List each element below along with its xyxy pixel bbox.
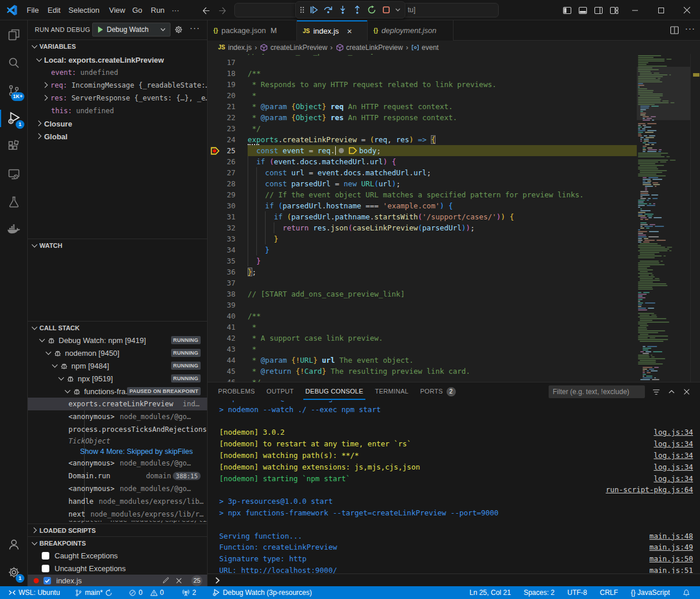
activity-bar-item-docker[interactable] [0,216,27,244]
maximize-panel-button[interactable] [666,386,677,398]
code-editor[interactable]: 16// [END add_ons_preview_link]1718/**19… [208,54,700,382]
debug-launch-picker[interactable]: Debug Watch [92,23,171,37]
callstack-frame[interactable]: <anonymous>node_modules/@go… [28,482,207,495]
editor-tab-index.js[interactable]: JSindex.js× [297,20,368,41]
section-header-variables[interactable]: VARIABLES [28,39,207,52]
menu-selection[interactable]: Selection [64,0,104,20]
minimize-button[interactable] [622,0,648,20]
variables-row[interactable]: event: undefined [28,66,207,79]
status-item-indentation[interactable]: Spaces: 2 [520,586,558,599]
console-source-link[interactable]: log.js:34 [654,473,693,485]
customize-layout-button[interactable] [606,0,622,20]
console-source-link[interactable]: log.js:34 [654,438,693,450]
debug-console-input[interactable] [208,573,700,586]
section-header-breakpoints[interactable]: BREAKPOINTS [28,536,207,549]
close-window-button[interactable] [674,0,700,20]
checkbox-checked[interactable] [43,577,51,584]
panel-tab-problems[interactable]: PROBLEMS [216,383,257,400]
callstack-frame[interactable]: TickObject [28,436,207,446]
console-source-link[interactable]: log.js:34 [654,427,693,438]
close-panel-button[interactable] [681,386,692,398]
split-editor-button[interactable] [670,26,679,35]
status-item-eol[interactable]: CRLF [596,586,621,599]
breadcrumb-item[interactable]: createLinkPreview [336,44,403,52]
activity-bar-item-accounts[interactable] [0,531,27,558]
status-item-debug-status[interactable]: Debug Watch (3p-resources) [209,586,315,599]
variables-row[interactable]: Closure [28,117,207,130]
callstack-frame[interactable]: handlenode_modules/express/lib/… [28,495,207,508]
panel-tab-terminal[interactable]: TERMINAL [372,383,411,400]
menu-file[interactable]: File [22,0,43,20]
breakpoint-option-row[interactable]: Uncaught Exceptions [28,562,207,575]
status-item-ports[interactable]: 2 [179,586,200,599]
toggle-secondary-sidebar-button[interactable] [590,0,606,20]
activity-bar-item-search[interactable] [0,49,27,77]
activity-bar-item-source-control[interactable]: 1K+ [0,77,27,104]
debug-step-into-button[interactable] [336,3,350,17]
remove-breakpoint-icon[interactable] [175,577,183,584]
checkbox-unchecked[interactable] [42,552,49,560]
debug-console-output[interactable]: > 3p-resources@1.0.0 debug-watch> nodemo… [208,400,700,573]
console-source-link[interactable]: main.js:48 [650,531,693,542]
variables-row[interactable]: Global [28,130,207,143]
editor-tab-package.json[interactable]: {}package.jsonM [208,20,297,41]
panel-tab-debug-console[interactable]: DEBUG CONSOLE [303,383,366,400]
status-item-remote[interactable]: WSL: Ubuntu [5,586,63,599]
breakpoint-option-row[interactable]: Caught Exceptions [28,549,207,562]
paused-breakpoint-glyph-icon[interactable] [211,147,220,155]
callstack-session[interactable]: npx [9519]RUNNING [28,372,207,385]
callstack-frame[interactable]: <anonymous>node_modules/@go… [28,457,207,470]
activity-bar-item-explorer[interactable] [0,21,27,49]
sidebar-more-actions[interactable]: ··· [190,23,200,33]
maximize-button[interactable] [648,0,674,20]
variables-row[interactable]: Local: exports.createLinkPreview [28,53,207,66]
console-source-link[interactable]: main.js:50 [650,553,693,565]
debug-session-picker[interactable] [394,3,402,17]
panel-tab-ports[interactable]: PORTS2 [418,383,458,400]
callstack-session[interactable]: npm [9484]RUNNING [28,359,207,372]
debug-step-out-button[interactable] [350,3,364,17]
status-item-git-branch[interactable]: main* [71,586,116,599]
menu-[interactable]: ··· [167,0,184,20]
console-source-link[interactable]: run-script-pkg.js:64 [605,484,693,496]
debug-gear-icon[interactable] [174,25,183,34]
status-item-encoding[interactable]: UTF-8 [564,586,590,599]
breadcrumb-item[interactable]: createLinkPreview [260,44,327,52]
menu-edit[interactable]: Edit [43,0,65,20]
breadcrumb-item[interactable]: JSindex.js [218,44,252,52]
console-source-link[interactable]: log.js:34 [654,461,693,473]
show-more-link[interactable]: Show 4 More: Skipped by skipFiles [28,448,193,456]
callstack-frame[interactable]: Show 4 More: Skipped by skipFiles [28,446,207,457]
inline-breakpoint-candidate-icon[interactable] [339,148,344,153]
close-tab-icon[interactable]: × [347,26,352,36]
menu-view[interactable]: View [104,0,130,20]
console-filter-input[interactable]: Filter (e.g. text, !exclude) [549,385,645,398]
checkbox-unchecked[interactable] [42,565,49,572]
status-item-language[interactable]: {} JavaScript [628,586,673,599]
menu-run[interactable]: Run [146,0,169,20]
console-source-link[interactable]: main.js:49 [650,542,693,553]
toggle-panel-button[interactable] [575,0,590,20]
start-debug-icon[interactable] [96,26,104,34]
callstack-frame-clipped[interactable]: dispatch node_modules/express/li… [28,521,207,523]
debug-stop-button[interactable] [379,3,393,17]
debug-restart-button[interactable] [365,3,379,17]
editor-more-actions[interactable]: ··· [685,23,695,33]
callstack-frame[interactable]: exports.createLinkPreviewind… [28,398,207,410]
variables-row[interactable]: req: IncomingMessage {_readableState:… [28,79,207,92]
activity-bar-item-remote-explorer[interactable] [0,160,27,188]
variables-row[interactable]: this: undefined [28,104,207,117]
callstack-session[interactable]: nodemon [9450]RUNNING [28,347,207,359]
section-header-loaded-scripts[interactable]: LOADED SCRIPTS [28,524,207,536]
activity-bar-item-extensions[interactable] [0,132,27,160]
breadcrumb-item[interactable]: event [411,44,438,52]
panel-tab-output[interactable]: OUTPUT [264,383,296,400]
status-item-cursor-position[interactable]: Ln 25, Col 21 [466,586,514,599]
edit-pencil-icon[interactable] [162,576,170,584]
menu-go[interactable]: Go [128,0,147,20]
variables-row[interactable]: res: ServerResponse {_events: {…}, _e… [28,92,207,104]
minimap-slider[interactable] [637,67,690,120]
gripper-icon[interactable] [298,3,306,17]
debug-step-over-button[interactable] [321,3,335,17]
callstack-frame[interactable]: <anonymous>node_modules/@go… [28,410,207,423]
